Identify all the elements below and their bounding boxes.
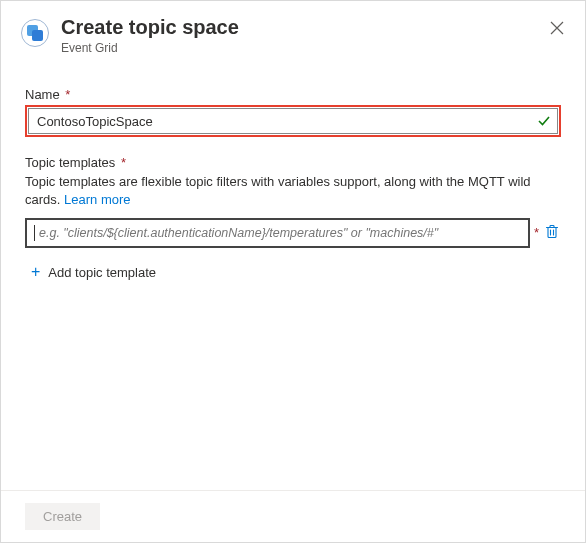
- required-marker: *: [65, 87, 70, 102]
- templates-label-text: Topic templates: [25, 155, 115, 170]
- event-grid-topics-icon: [21, 19, 49, 47]
- required-marker: *: [121, 155, 126, 170]
- header-text: Create topic space Event Grid: [61, 15, 543, 55]
- plus-icon: +: [31, 264, 40, 280]
- checkmark-icon: [537, 114, 551, 128]
- close-button[interactable]: [543, 15, 571, 43]
- panel-footer: Create: [1, 490, 585, 542]
- svg-rect-1: [32, 30, 43, 41]
- templates-label: Topic templates *: [25, 155, 561, 170]
- delete-template-button[interactable]: [543, 218, 561, 248]
- learn-more-link[interactable]: Learn more: [64, 192, 130, 207]
- trash-icon: [545, 224, 559, 242]
- create-topic-space-panel: Create topic space Event Grid Name * Top…: [0, 0, 586, 543]
- panel-body: Name * Topic templates * Topic templates…: [1, 59, 585, 490]
- add-topic-template-button[interactable]: + Add topic template: [25, 264, 561, 280]
- page-subtitle: Event Grid: [61, 41, 543, 55]
- name-label-text: Name: [25, 87, 60, 102]
- name-label: Name *: [25, 87, 561, 102]
- name-input[interactable]: [35, 113, 537, 130]
- required-marker: *: [534, 218, 539, 248]
- name-input-wrap: [28, 108, 558, 134]
- name-field-highlight: [25, 105, 561, 137]
- close-icon: [550, 21, 564, 38]
- topic-template-input[interactable]: [37, 225, 521, 241]
- template-input-wrap: [28, 221, 527, 245]
- add-template-label: Add topic template: [48, 265, 156, 280]
- page-title: Create topic space: [61, 15, 543, 39]
- template-row: *: [25, 218, 561, 248]
- panel-header: Create topic space Event Grid: [1, 1, 585, 59]
- templates-description: Topic templates are flexible topic filte…: [25, 173, 561, 208]
- create-button[interactable]: Create: [25, 503, 100, 530]
- template-input-highlight: [25, 218, 530, 248]
